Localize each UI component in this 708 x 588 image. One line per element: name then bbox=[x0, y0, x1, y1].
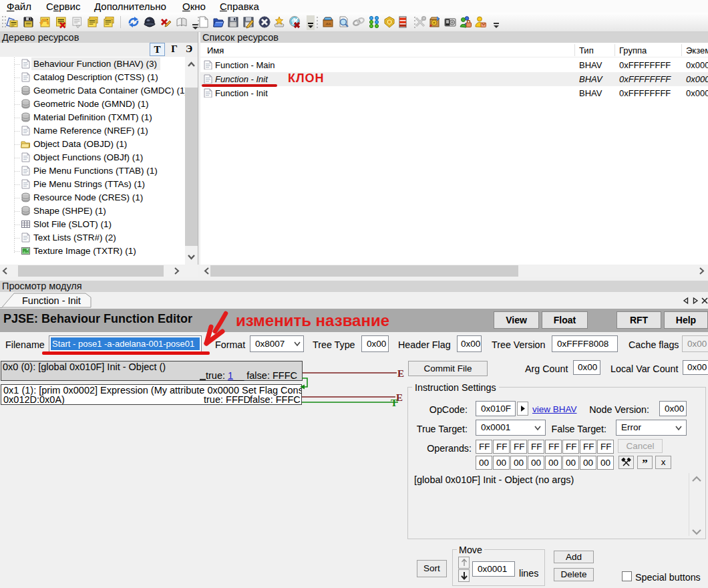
svg-text:E: E bbox=[397, 368, 404, 379]
svg-text:T: T bbox=[391, 398, 397, 408]
